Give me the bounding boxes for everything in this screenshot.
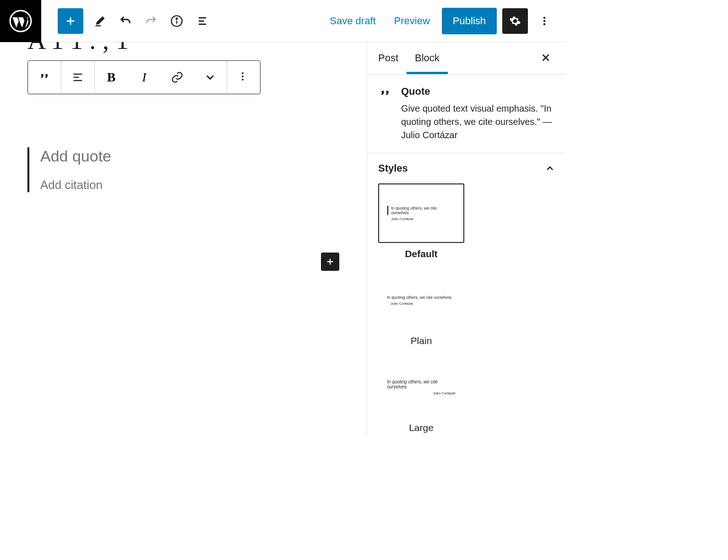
svg-point-16 — [242, 72, 244, 74]
block-toolbar: B I — [27, 60, 261, 94]
add-block-button[interactable] — [58, 8, 83, 34]
svg-point-6 — [176, 18, 178, 19]
bold-button[interactable]: B — [95, 61, 128, 94]
redo-button[interactable] — [138, 8, 164, 34]
quote-citation-input[interactable]: Add citation — [40, 178, 339, 192]
quote-text-input[interactable]: Add quote — [40, 147, 339, 165]
list-view-button[interactable] — [190, 8, 215, 34]
italic-button[interactable]: I — [128, 61, 161, 94]
svg-point-11 — [543, 20, 546, 22]
block-options-button[interactable] — [227, 61, 260, 94]
save-draft-button[interactable]: Save draft — [323, 11, 382, 32]
quote-block[interactable]: Add quote Add citation — [27, 147, 339, 192]
more-options-button[interactable] — [533, 8, 555, 34]
quote-icon — [378, 86, 392, 142]
svg-point-17 — [242, 75, 244, 77]
undo-button[interactable] — [113, 8, 138, 34]
edit-tool-button[interactable] — [87, 8, 113, 34]
svg-point-10 — [543, 16, 546, 19]
svg-point-12 — [543, 23, 546, 25]
publish-button[interactable]: Publish — [442, 8, 497, 34]
close-sidebar-button[interactable] — [536, 48, 555, 69]
wordpress-logo[interactable] — [0, 0, 41, 42]
more-rich-text-button[interactable] — [194, 61, 227, 94]
preview-button[interactable]: Preview — [388, 11, 436, 32]
block-type-button[interactable] — [28, 61, 61, 94]
settings-button[interactable] — [502, 8, 528, 34]
block-title: Quote — [401, 86, 555, 97]
styles-panel-toggle[interactable]: Styles — [367, 153, 566, 183]
link-button[interactable] — [161, 61, 194, 94]
tab-post[interactable]: Post — [378, 42, 407, 74]
add-block-inline-button[interactable] — [321, 253, 339, 271]
page-title-peek: A 1 1 . ; 1 — [27, 42, 339, 60]
style-option-default[interactable]: In quoting others, we cite ourselves. Ju… — [378, 183, 464, 259]
tab-block[interactable]: Block — [407, 42, 448, 74]
info-button[interactable] — [164, 8, 190, 34]
chevron-up-icon — [544, 163, 555, 174]
style-option-large[interactable]: In quoting others, we cite ourselves. Ju… — [378, 357, 464, 433]
svg-point-18 — [242, 79, 244, 81]
style-option-plain[interactable]: In quoting others, we cite ourselves. Ju… — [378, 270, 464, 346]
align-button[interactable] — [61, 61, 94, 94]
block-description: Give quoted text visual emphasis. "In qu… — [401, 102, 555, 142]
